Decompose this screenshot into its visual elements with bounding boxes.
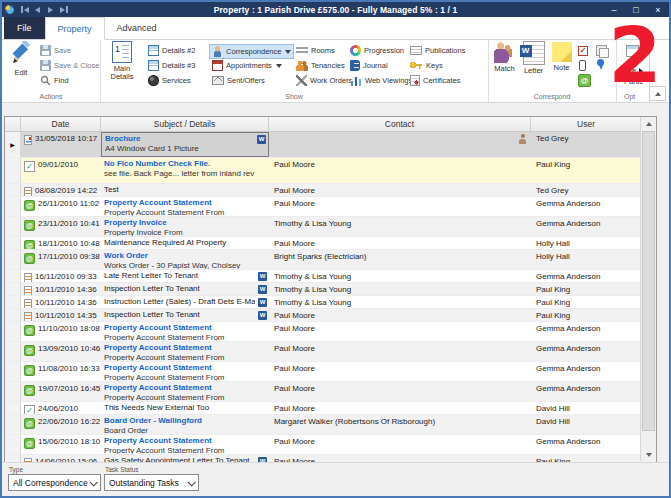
grid-body: ▶ 31/05/2018 10:17 Brochure A4 Window Ca…: [5, 132, 656, 463]
keys-button[interactable]: Keys: [410, 59, 443, 72]
table-row[interactable]: @13/09/2010 10:46 Property Account State…: [5, 342, 656, 362]
scroll-up-icon: [646, 122, 652, 126]
table-row[interactable]: 16/11/2010 09:33 Late Rent Letter To Ten…: [5, 270, 656, 283]
match-people-house-icon: [494, 41, 516, 63]
subject-title: Property Account Statement: [104, 363, 255, 373]
collapse-ribbon-button[interactable]: [649, 86, 666, 101]
table-row[interactable]: @15/06/2010 18:10 Property Account State…: [5, 435, 656, 455]
subject-cell: Property Account Statement Property Acco…: [101, 362, 269, 381]
subject-title: Inspection Letter To Tenant: [104, 310, 255, 320]
correspond-group-label: Correspond: [488, 93, 616, 100]
people-icon: [296, 60, 308, 71]
table-row[interactable]: @19/07/2010 16:45 Property Account State…: [5, 382, 656, 402]
note-button[interactable]: Note: [548, 41, 575, 72]
contact-cell: Bright Sparks (Electrician): [269, 250, 531, 269]
sent-offers-button[interactable]: Sent/Offers: [212, 74, 265, 87]
dropdown-arrow-icon: [276, 64, 282, 68]
journal-button[interactable]: Journal: [350, 59, 388, 72]
word-doc-icon: W: [257, 135, 266, 144]
table-row[interactable]: ✓09/01/2010 No Fico Number Check File. s…: [5, 158, 656, 184]
date-cell: 16/11/2010 09:33: [21, 270, 101, 282]
type-filter-combo[interactable]: All Correspondence: [8, 474, 101, 491]
row-indicator-header: [5, 117, 21, 131]
table-row[interactable]: 10/11/2010 14:36 Instruction Letter (Sal…: [5, 296, 656, 309]
table-row[interactable]: @22/06/2010 16:22 Board Order - Wallingf…: [5, 415, 656, 435]
table-row[interactable]: @11/10/2010 18:08 Property Account State…: [5, 322, 656, 342]
map-button[interactable]: [596, 58, 605, 71]
letter-button[interactable]: W Letter: [520, 41, 547, 75]
table-row[interactable]: @26/11/2010 11:02 Property Account State…: [5, 197, 656, 217]
column-header-user[interactable]: User: [531, 117, 641, 131]
web-viewings-button[interactable]: Web Viewings: [350, 74, 412, 87]
scroll-up-button[interactable]: [641, 117, 656, 130]
user-cell: Paul King: [531, 158, 641, 183]
table-row[interactable]: 08/08/2019 14:22 Test Paul Moore Ted Gre…: [5, 184, 656, 197]
save-and-close-button[interactable]: Save & Close: [40, 59, 99, 72]
find-button[interactable]: Find: [40, 74, 69, 87]
calendar-icon: [212, 60, 223, 71]
task-toggle-button[interactable]: ✓: [578, 44, 588, 57]
column-header-date[interactable]: Date: [21, 117, 101, 131]
table-row[interactable]: @18/11/2010 10:48 Maintenance Required A…: [5, 237, 656, 250]
user-cell: Gemma Anderson: [531, 197, 641, 216]
grid-header: Date Subject / Details Contact User: [5, 117, 656, 132]
maximize-button[interactable]: □: [625, 3, 647, 16]
subject-cell: Brochure A4 Window Card 1 Picture W: [101, 132, 269, 157]
match-button[interactable]: Match: [490, 41, 519, 73]
minimize-button[interactable]: –: [603, 3, 625, 16]
user-cell: Gemma Anderson: [531, 270, 641, 282]
certificates-button[interactable]: Certificates: [410, 74, 461, 87]
scroll-down-button[interactable]: [641, 448, 656, 461]
tab-file[interactable]: File: [4, 17, 45, 39]
publications-button[interactable]: Publications: [410, 44, 465, 57]
services-button[interactable]: Services: [148, 74, 191, 87]
details3-button[interactable]: Details #3: [148, 59, 195, 72]
progression-button[interactable]: Progression: [350, 44, 404, 57]
table-row[interactable]: @17/11/2010 09:38 Work Order Works Order…: [5, 250, 656, 270]
table-row[interactable]: 10/11/2010 14:36 Inspection Letter To Te…: [5, 283, 656, 296]
progress-ring-icon: [350, 45, 361, 56]
edit-button[interactable]: Edit: [6, 41, 36, 77]
sms-button[interactable]: [579, 59, 586, 72]
document-icon: [24, 273, 32, 283]
details2-button[interactable]: Details #2: [148, 44, 195, 57]
table-row[interactable]: @23/11/2010 10:41 Property Invoice Prope…: [5, 217, 656, 237]
email-button[interactable]: @: [578, 74, 591, 87]
table-row[interactable]: 10/11/2010 14:35 Inspection Letter To Te…: [5, 309, 656, 322]
red-checkbox-icon: ✓: [578, 46, 588, 56]
subject-title: Inspection Letter To Tenant: [104, 284, 255, 294]
ribbon-group-correspond: Match W Letter Note ✓ @ Correspond: [488, 39, 617, 102]
save-button[interactable]: Save: [40, 44, 71, 57]
appointments-button[interactable]: Appointments: [212, 59, 282, 72]
main-details-button[interactable]: 1 Main Details: [104, 41, 140, 81]
table-row[interactable]: ✓24/06/2010 This Needs New External Too …: [5, 402, 656, 415]
rooms-button[interactable]: Rooms: [296, 44, 335, 57]
table-row[interactable]: @11/08/2010 16:33 Property Account State…: [5, 362, 656, 382]
date-cell: ✓09/01/2010: [21, 158, 101, 183]
subject-details: A4 Window Card 1 Picture: [105, 144, 254, 154]
column-header-subject[interactable]: Subject / Details: [101, 117, 269, 131]
copy-button[interactable]: [596, 44, 607, 57]
vertical-scrollbar[interactable]: [640, 117, 656, 461]
subject-cell: Instruction Letter (Sales) - Draft Dets …: [101, 296, 269, 308]
document-icon: [24, 286, 32, 296]
phone-icon: [579, 60, 586, 71]
correspondence-grid: Date Subject / Details Contact User ▶ 31…: [4, 116, 657, 462]
date-cell: @17/11/2010 09:38: [21, 250, 101, 269]
work-orders-button[interactable]: Work Orders: [296, 74, 352, 87]
table-row[interactable]: ▶ 31/05/2018 10:17 Brochure A4 Window Ca…: [5, 132, 656, 158]
row-indicator: ▶: [5, 132, 21, 157]
tenancies-button[interactable]: Tenancies: [296, 59, 345, 72]
column-header-contact[interactable]: Contact: [269, 117, 531, 131]
tab-property[interactable]: Property: [45, 17, 105, 40]
subject-details: Property Account Statement From: [104, 333, 255, 342]
task-status-filter-combo[interactable]: Outstanding Tasks: [104, 474, 199, 491]
subject-details: Property Account Statement From: [104, 208, 255, 217]
options-group-label: Opt: [616, 93, 649, 100]
rooms-icon: [296, 47, 308, 55]
email-icon: @: [24, 385, 35, 396]
close-button[interactable]: ×: [647, 3, 669, 16]
correspondence-button[interactable]: Correspondence: [209, 44, 294, 59]
scrollbar-thumb[interactable]: [642, 131, 655, 431]
tab-advanced[interactable]: Advanced: [105, 17, 169, 39]
